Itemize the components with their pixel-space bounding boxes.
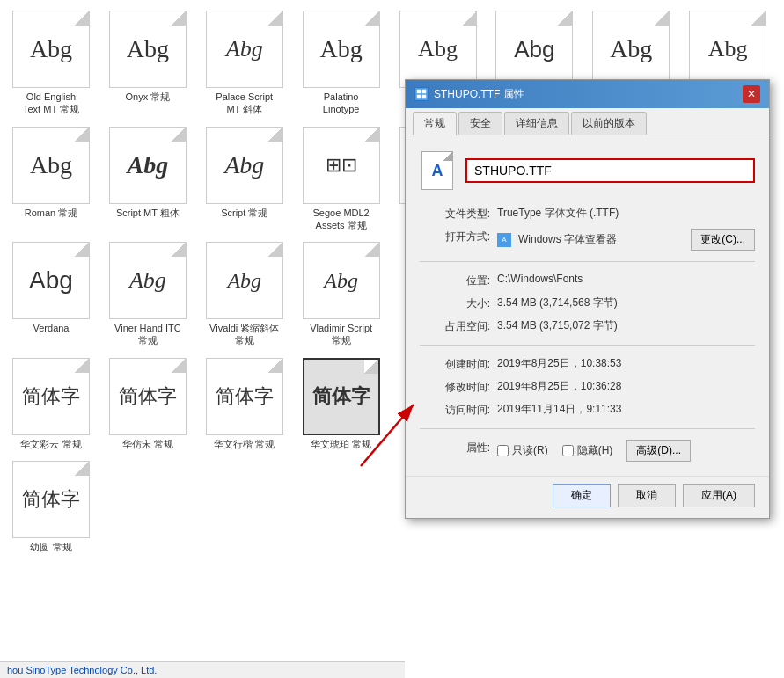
tab-general[interactable]: 常规	[413, 112, 457, 135]
readonly-checkbox[interactable]	[497, 445, 509, 456]
dialog-footer: 确定 取消 应用(A)	[406, 476, 769, 518]
prop-value-disksize: 3.54 MB (3,715,072 字节)	[497, 318, 755, 333]
tab-previous-versions[interactable]: 以前的版本	[571, 112, 647, 135]
font-item-hua-cai-jiu[interactable]: 简体字 华文琥珀 常规	[297, 354, 385, 454]
svg-rect-3	[422, 90, 426, 93]
font-label: 幼圆 常规	[30, 541, 71, 553]
dialog-title-icon	[414, 87, 429, 101]
dialog-close-button[interactable]: ✕	[743, 85, 760, 103]
file-icon-paper: A	[421, 151, 453, 190]
font-preview: Abg	[109, 242, 187, 319]
hidden-checkbox-label[interactable]: 隐藏(H)	[562, 443, 613, 458]
status-text: hou SinoType Technology Co., Ltd.	[7, 665, 157, 675]
file-name-input[interactable]	[465, 158, 755, 183]
font-label: 华文行楷 常规	[214, 438, 275, 450]
font-label: PalatinoLinotype	[323, 91, 360, 116]
prop-value-created: 2019年8月25日，10:38:53	[497, 356, 755, 371]
font-preview: Abg	[206, 11, 283, 88]
font-item-hua-cai-yun[interactable]: 简体字 华文彩云 常规	[7, 354, 95, 454]
font-item-vladimir-script[interactable]: Abg Vladimir Script常规	[297, 238, 385, 351]
prop-value-modified: 2019年8月25日，10:36:28	[497, 379, 755, 394]
font-preview: Abg	[592, 11, 670, 88]
tab-details[interactable]: 详细信息	[504, 112, 569, 135]
dialog-title: STHUPO.TTF 属性	[434, 87, 524, 102]
font-label: Verdana	[33, 322, 70, 334]
font-item-vivaldi[interactable]: Abg Vivaldi 紧缩斜体常规	[201, 238, 289, 351]
svg-rect-4	[417, 95, 421, 98]
font-label: 华仿宋 常规	[122, 438, 173, 450]
titlebar-left: STHUPO.TTF 属性	[414, 87, 524, 102]
font-item-verdana[interactable]: Abg Verdana	[7, 238, 95, 351]
tab-security[interactable]: 安全	[458, 112, 502, 135]
font-label: 华文彩云 常规	[20, 438, 81, 450]
prop-label-attributes: 属性:	[420, 440, 490, 456]
divider-1	[420, 261, 755, 262]
font-label: Onyx 常规	[126, 91, 171, 103]
font-preview: Abg	[109, 127, 187, 204]
attr-row: 只读(R) 隐藏(H) 高级(D)...	[497, 440, 691, 462]
font-preview: Abg	[303, 11, 380, 88]
font-preview: Abg	[303, 242, 380, 319]
font-label: Palace ScriptMT 斜体	[216, 91, 273, 116]
prop-value-filetype: TrueType 字体文件 (.TTF)	[497, 206, 755, 221]
font-preview: 简体字	[12, 358, 90, 435]
font-label: Old EnglishText MT 常规	[23, 91, 79, 116]
font-label: Segoe MDL2Assets 常规	[313, 207, 370, 232]
properties-grid: 文件类型: TrueType 字体文件 (.TTF) 打开方式: A Windo…	[420, 206, 755, 462]
file-icon: A	[420, 149, 455, 192]
dialog-body: A 文件类型: TrueType 字体文件 (.TTF) 打开方式: A Win…	[406, 135, 769, 476]
prop-value-location: C:\Windows\Fonts	[497, 273, 755, 285]
font-preview: Abg	[12, 127, 90, 204]
cancel-button[interactable]: 取消	[618, 484, 676, 507]
ok-button[interactable]: 确定	[553, 484, 611, 507]
font-item-script[interactable]: Abg Script 常规	[201, 123, 289, 236]
font-item-script-mt-bold[interactable]: Abg Script MT 粗体	[104, 123, 192, 236]
prop-value-size: 3.54 MB (3,714,568 字节)	[497, 295, 755, 310]
font-label: Vivaldi 紧缩斜体常规	[209, 322, 279, 347]
font-preview: Abg	[495, 11, 573, 88]
font-label: Script MT 粗体	[116, 207, 180, 219]
font-item-old-english[interactable]: Abg Old EnglishText MT 常规	[7, 7, 95, 120]
divider-2	[420, 345, 755, 346]
prop-value-opentype: A Windows 字体查看器 更改(C)...	[497, 229, 755, 251]
font-label: 华文琥珀 常规	[311, 438, 371, 450]
dialog-titlebar: STHUPO.TTF 属性 ✕	[406, 80, 769, 108]
font-item-onyx[interactable]: Abg Onyx 常规	[104, 7, 192, 120]
font-preview: 简体字	[206, 358, 283, 435]
font-item-roman[interactable]: Abg Roman 常规	[7, 123, 95, 236]
svg-rect-2	[417, 90, 421, 93]
font-preview: 简体字	[12, 461, 90, 538]
font-item-palatino[interactable]: Abg PalatinoLinotype	[297, 7, 385, 120]
font-label: Vladimir Script常规	[310, 322, 372, 347]
divider-3	[420, 428, 755, 429]
readonly-checkbox-label[interactable]: 只读(R)	[497, 443, 548, 458]
app-icon: A	[497, 233, 511, 247]
prop-label-size: 大小:	[420, 295, 490, 311]
status-bar: hou SinoType Technology Co., Ltd.	[0, 661, 405, 678]
font-preview: Abg	[12, 242, 90, 319]
font-item-hua-xing-kai[interactable]: 简体字 华文行楷 常规	[201, 354, 289, 454]
font-item-segoe-mdl2[interactable]: ⊞⊡ Segoe MDL2Assets 常规	[297, 123, 385, 236]
font-preview: 简体字	[303, 358, 380, 435]
font-preview: Abg	[689, 11, 766, 88]
font-preview: ⊞⊡	[303, 127, 380, 204]
font-item-viner-hand[interactable]: Abg Viner Hand ITC常规	[104, 238, 192, 351]
font-label: Roman 常规	[25, 207, 78, 219]
font-label: Script 常规	[221, 207, 267, 219]
prop-label-opentype: 打开方式:	[420, 229, 490, 244]
font-item-hua-fang-song[interactable]: 简体字 华仿宋 常规	[104, 354, 192, 454]
apply-button[interactable]: 应用(A)	[683, 484, 755, 507]
file-icon-letter: A	[432, 162, 443, 180]
font-item-palace-script[interactable]: Abg Palace ScriptMT 斜体	[201, 7, 289, 120]
hidden-checkbox[interactable]	[562, 445, 574, 456]
font-preview: 简体字	[109, 358, 187, 435]
font-preview: Abg	[206, 127, 283, 204]
font-item-you-yuan[interactable]: 简体字 幼圆 常规	[7, 457, 95, 557]
dialog-tabs: 常规 安全 详细信息 以前的版本	[406, 108, 769, 135]
prop-label-created: 创建时间:	[420, 356, 490, 372]
svg-rect-5	[422, 95, 426, 98]
change-button[interactable]: 更改(C)...	[691, 229, 755, 251]
prop-label-modified: 修改时间:	[420, 379, 490, 395]
prop-value-attributes: 只读(R) 隐藏(H) 高级(D)...	[497, 440, 755, 462]
advanced-button[interactable]: 高级(D)...	[626, 440, 691, 462]
